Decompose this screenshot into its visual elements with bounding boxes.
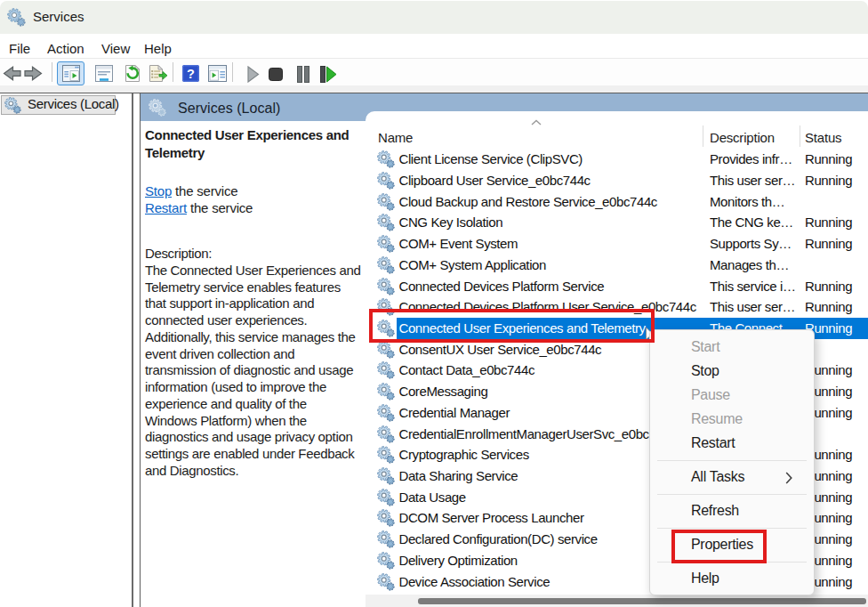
svg-text:?: ? [187,67,195,81]
